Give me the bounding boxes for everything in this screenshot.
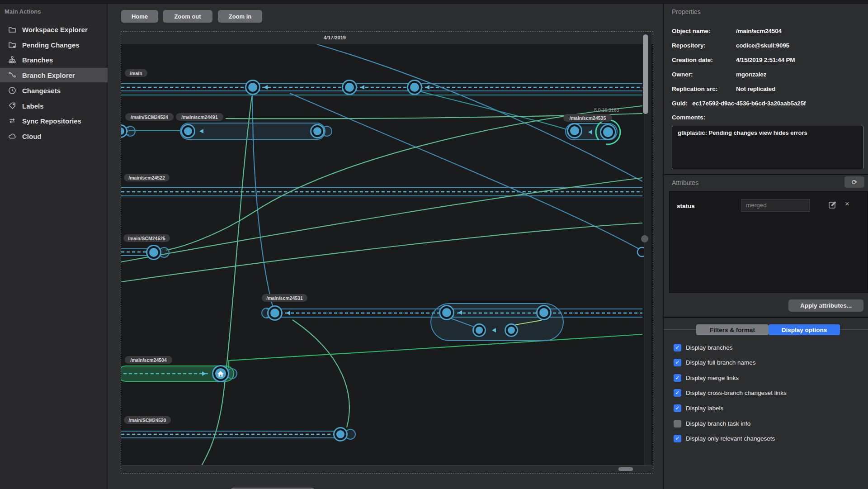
section-divider — [664, 174, 868, 175]
checkbox-row-display-labels[interactable]: ✓Display labels — [674, 403, 723, 413]
sidebar-item-label: Changesets — [22, 87, 61, 95]
checked-checkbox-icon[interactable]: ✓ — [674, 435, 681, 442]
sidebar-item-label: Branches — [22, 56, 53, 64]
version-label: 8.0.16.3163 — [594, 107, 619, 113]
cloud-icon — [8, 132, 17, 141]
sync-icon — [8, 116, 17, 125]
attribute-value-field[interactable]: merged — [741, 199, 810, 212]
branch-label[interactable]: /main — [130, 71, 142, 76]
canvas-date-header: 4/17/2019 — [121, 32, 653, 44]
property-value: codice@skull:9095 — [736, 42, 789, 49]
checkbox-row-display-only-relevant-changesets[interactable]: ✓Display only relevant changesets — [674, 433, 775, 444]
window-top-bar — [0, 0, 868, 4]
checked-checkbox-icon[interactable]: ✓ — [674, 359, 681, 366]
attributes-table[interactable]: status merged × — [669, 191, 868, 293]
close-icon: × — [845, 199, 849, 208]
home-button[interactable]: Home — [121, 10, 158, 23]
sidebar: Main Actions Workspace ExplorerPending C… — [0, 4, 108, 489]
checked-checkbox-icon[interactable]: ✓ — [674, 374, 681, 382]
branch-label[interactable]: /main/scm24491 — [181, 114, 218, 120]
checkbox-label: Display cross-branch changeset links — [686, 389, 787, 396]
property-row: Creation date:4/15/2019 2:51:44 PM — [672, 52, 864, 67]
property-label: Repository: — [672, 42, 736, 49]
zoom-out-button[interactable]: Zoom out — [163, 10, 212, 23]
properties-title: Properties — [672, 8, 701, 15]
tab-filters-format[interactable]: Filters & format — [696, 324, 769, 335]
branch-label[interactable]: /main/scm24535 — [570, 115, 606, 121]
property-row: Replication src:Not replicated — [672, 81, 864, 96]
sidebar-item-changesets[interactable]: Changesets — [0, 83, 108, 98]
checked-checkbox-icon[interactable]: ✓ — [674, 389, 681, 397]
property-value: ec17e592-d9ac-4536-b6cd-3a20aab5a25f — [692, 100, 806, 107]
clock-icon — [8, 86, 17, 95]
sidebar-item-branches[interactable]: Branches — [0, 52, 108, 67]
sidebar-item-label: Branch Explorer — [22, 71, 75, 79]
branch-label[interactable]: /main/scm24522 — [128, 175, 165, 180]
checkbox-row-display-full-branch-names[interactable]: ✓Display full branch names — [674, 357, 756, 368]
remove-attribute-button[interactable]: × — [842, 199, 852, 209]
property-value: 4/15/2019 2:51:44 PM — [736, 57, 795, 63]
checkbox-row-display-cross-branch-changeset-links[interactable]: ✓Display cross-branch changeset links — [674, 388, 787, 399]
sidebar-item-labels[interactable]: Labels — [0, 99, 108, 113]
sidebar-item-branch-explorer[interactable]: Branch Explorer — [0, 68, 108, 82]
folder-icon — [8, 25, 17, 34]
sidebar-item-cloud[interactable]: Cloud — [0, 129, 108, 143]
property-row: Owner:mgonzalez — [672, 67, 864, 81]
sidebar-item-sync-repositories[interactable]: Sync Repositories — [0, 114, 108, 128]
branch-label[interactable]: /main/SCM24520 — [129, 418, 166, 423]
branch-graph[interactable]: /main/main/SCM24524/main/scm24491/main/s… — [121, 32, 653, 474]
property-row: Guid:ec17e592-d9ac-4536-b6cd-3a20aab5a25… — [672, 96, 864, 110]
branch-label[interactable]: /main/scm24504 — [130, 357, 167, 363]
property-row: Repository:codice@skull:9095 — [672, 38, 864, 52]
tab-display-options[interactable]: Display options — [769, 324, 840, 335]
sidebar-item-label: Cloud — [22, 133, 42, 140]
horizontal-scrollbar-thumb[interactable] — [618, 467, 633, 471]
tree-icon — [8, 55, 17, 64]
property-label: Object name: — [672, 28, 736, 34]
sidebar-item-label: Sync Repositories — [22, 117, 81, 125]
tag-icon — [8, 101, 17, 110]
branch-label[interactable]: /main/scm24531 — [266, 295, 303, 301]
edit-attribute-button[interactable] — [828, 200, 838, 210]
comments-box[interactable]: gtkplastic: Pending changes view hides e… — [672, 126, 863, 169]
canvas-footer — [121, 465, 653, 473]
section-divider-2 — [664, 317, 868, 318]
checked-checkbox-icon[interactable]: ✓ — [674, 404, 681, 412]
edit-icon — [828, 200, 837, 209]
attribute-name: status — [677, 203, 695, 209]
zoom-in-button[interactable]: Zoom in — [218, 10, 262, 23]
property-value: Not replicated — [736, 85, 775, 92]
checkbox-label: Display merge links — [686, 375, 739, 381]
unchecked-checkbox-icon[interactable]: ✓ — [674, 420, 681, 427]
branch-curve-icon — [8, 71, 17, 80]
property-row: Object name:/main/scm24504 — [672, 24, 864, 38]
checkbox-row-display-branch-task-info[interactable]: ✓Display branch task info — [674, 418, 750, 429]
refresh-icon: ⟳ — [852, 178, 858, 186]
sidebar-item-label: Labels — [22, 102, 44, 110]
checked-checkbox-icon[interactable]: ✓ — [674, 344, 681, 351]
property-label: Guid: — [672, 100, 688, 107]
comments-label: Comments: — [672, 114, 705, 121]
right-panel: Properties Object name:/main/scm24504Rep… — [663, 4, 868, 489]
property-value: /main/scm24504 — [736, 28, 782, 34]
property-label: Replication src: — [672, 85, 736, 92]
sidebar-item-pending-changes[interactable]: Pending Changes — [0, 38, 108, 52]
apply-attributes-button[interactable]: Apply attributes... — [788, 299, 863, 312]
vertical-scrollbar[interactable] — [644, 32, 651, 473]
attributes-title: Attributes — [672, 179, 698, 186]
checkbox-label: Display full branch names — [686, 359, 756, 366]
sidebar-item-workspace-explorer[interactable]: Workspace Explorer — [0, 22, 108, 37]
checkbox-label: Display branches — [686, 344, 733, 351]
refresh-button[interactable]: ⟳ — [844, 176, 864, 188]
checkbox-row-display-branches[interactable]: ✓Display branches — [674, 342, 733, 353]
scrollbar-handle-bump[interactable] — [641, 235, 648, 242]
date-label: 4/17/2019 — [324, 35, 346, 40]
property-value: mgonzalez — [736, 71, 766, 78]
vertical-scrollbar-thumb[interactable] — [643, 34, 648, 114]
branch-label[interactable]: /main/SCM24524 — [131, 114, 168, 120]
checkbox-label: Display branch task info — [686, 420, 750, 427]
checkbox-label: Display only relevant changesets — [686, 435, 775, 442]
branch-explorer-canvas[interactable]: /main/main/SCM24524/main/scm24491/main/s… — [121, 31, 653, 474]
branch-label[interactable]: /main/SCM24525 — [128, 236, 165, 241]
checkbox-row-display-merge-links[interactable]: ✓Display merge links — [674, 372, 739, 383]
